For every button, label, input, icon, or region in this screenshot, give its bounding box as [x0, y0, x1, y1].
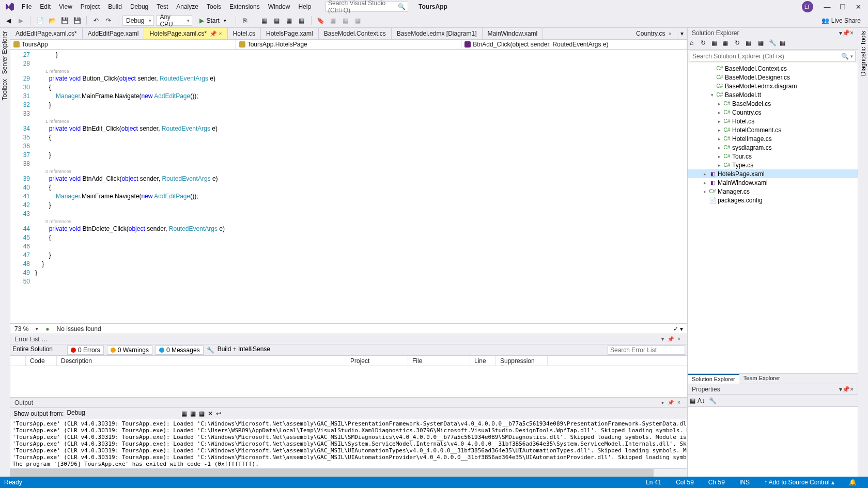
error-col[interactable]: [10, 356, 26, 366]
properties-body[interactable]: [688, 407, 858, 477]
tree-expander-icon[interactable]: ▸: [702, 171, 707, 177]
se-showall-button[interactable]: ▦: [758, 39, 767, 49]
solution-tree[interactable]: C#BaseModel.Context.csC#BaseModel.Design…: [688, 63, 858, 373]
zoom-level[interactable]: 73 %: [14, 325, 28, 333]
diagnostic-tools-tab[interactable]: Diagnostic Tools: [860, 31, 867, 76]
toolbar-btn-7[interactable]: ▦: [340, 15, 351, 26]
warnings-pill[interactable]: 0 Warnings: [107, 345, 152, 355]
build-intellisense-combo[interactable]: Build + IntelliSense: [218, 345, 274, 355]
tree-node[interactable]: ▸◧MainWindow.xaml: [688, 178, 858, 187]
quick-launch-search[interactable]: Search Visual Studio (Ctrl+Q) 🔍: [326, 2, 408, 12]
tree-node[interactable]: 📄packages.config: [688, 196, 858, 204]
panel-pin-icon[interactable]: 📌: [842, 29, 850, 37]
tree-node[interactable]: ▸C#Hotel.cs: [688, 117, 858, 125]
menu-analyze[interactable]: Analyze: [172, 1, 203, 12]
doc-tab[interactable]: MainWindow.xaml: [483, 28, 544, 39]
doc-tab[interactable]: AddEditPage.xaml: [83, 28, 145, 39]
props-alpha-button[interactable]: A↓: [698, 397, 705, 404]
tab-close-icon[interactable]: 📌 ×: [210, 30, 222, 37]
menu-debug[interactable]: Debug: [126, 1, 152, 12]
nav-project[interactable]: ToursApp: [10, 40, 236, 49]
tree-node[interactable]: ▸C#sysdiagram.cs: [688, 143, 858, 152]
panel-pin-icon[interactable]: 📌: [842, 386, 850, 393]
se-btn[interactable]: ↻: [701, 39, 710, 49]
tree-expander-icon[interactable]: ▾: [709, 92, 715, 98]
panel-dropdown-icon[interactable]: ▾: [658, 400, 667, 405]
close-button[interactable]: ✕: [850, 3, 866, 11]
tree-node[interactable]: C#BaseModel.Context.cs: [688, 64, 858, 73]
menu-build[interactable]: Build: [104, 1, 126, 12]
tree-expander-icon[interactable]: ▸: [717, 145, 722, 150]
error-list-body[interactable]: [10, 366, 687, 397]
props-wrench-button[interactable]: 🔧: [709, 397, 717, 404]
tree-expander-icon[interactable]: ▸: [717, 119, 722, 124]
tree-node[interactable]: C#BaseModel.Designer.cs: [688, 73, 858, 82]
tree-expander-icon[interactable]: ▸: [717, 154, 722, 159]
se-collapse-button[interactable]: ▦: [746, 39, 755, 49]
toolbar-btn-5[interactable]: 🔖: [316, 15, 326, 26]
error-scope-combo[interactable]: Entire Solution: [12, 345, 64, 355]
status-notifications[interactable]: 🔔: [842, 479, 864, 486]
tree-expander-icon[interactable]: ▸: [717, 101, 722, 106]
panel-close-icon[interactable]: ×: [675, 400, 683, 405]
tab-overflow-button[interactable]: ▾: [677, 28, 687, 39]
panel-close-icon[interactable]: ×: [675, 336, 683, 342]
user-avatar[interactable]: ЕГ: [802, 1, 813, 12]
error-col[interactable]: Description: [57, 356, 346, 366]
save-all-button[interactable]: 💾: [72, 15, 82, 26]
error-search[interactable]: Search Error List: [608, 345, 685, 355]
toolbar-btn-6[interactable]: ▦: [328, 15, 338, 26]
menu-edit[interactable]: Edit: [36, 1, 55, 12]
undo-button[interactable]: ↶: [91, 15, 101, 26]
output-btn-3[interactable]: ▦: [199, 410, 205, 417]
server-explorer-tab[interactable]: Server Explorer: [1, 31, 9, 74]
se-btn[interactable]: ▦: [722, 39, 732, 49]
error-col[interactable]: Project: [346, 356, 408, 366]
doc-tab-far[interactable]: Country.cs×: [631, 28, 677, 39]
toolbar-btn-4[interactable]: ▦: [297, 15, 307, 26]
panel-pin-icon[interactable]: 📌: [667, 336, 675, 342]
tree-expander-icon[interactable]: ▸: [717, 128, 722, 133]
open-button[interactable]: 📂: [47, 15, 57, 26]
solution-explorer-search[interactable]: Search Solution Explorer (Ctrl+ж) 🔍 ▾: [690, 51, 856, 62]
panel-close-icon[interactable]: ×: [850, 386, 854, 393]
back-button[interactable]: ◀: [3, 15, 13, 26]
toolbox-tab[interactable]: Toolbox: [1, 79, 9, 100]
code-editor[interactable]: 2728293031323334353637383940414243444546…: [10, 50, 687, 323]
config-combo[interactable]: Debug: [122, 15, 154, 26]
messages-pill[interactable]: 0 Messages: [156, 345, 204, 355]
panel-pin-icon[interactable]: 📌: [667, 400, 675, 405]
redo-button[interactable]: ↷: [103, 15, 114, 26]
tree-node[interactable]: ▸C#Type.cs: [688, 161, 858, 169]
tree-node[interactable]: ▸C#Manager.cs: [688, 187, 858, 196]
se-btn[interactable]: ▦: [711, 39, 721, 49]
se-tab-team[interactable]: Team Explorer: [739, 374, 784, 384]
output-text[interactable]: 'ToursApp.exe' (CLR v4.0.30319: ToursApp…: [10, 419, 687, 468]
output-scrollbar[interactable]: [10, 468, 687, 477]
menu-view[interactable]: View: [55, 1, 76, 12]
step-button[interactable]: ⎘: [240, 15, 251, 26]
toolbar-btn-2[interactable]: ▦: [272, 15, 282, 26]
output-from-combo[interactable]: Debug: [67, 409, 175, 418]
toolbar-btn-1[interactable]: ▦: [259, 15, 270, 26]
se-preview-button[interactable]: ▦: [780, 39, 789, 49]
menu-extensions[interactable]: Extensions: [225, 1, 264, 12]
tree-node[interactable]: ▸C#Tour.cs: [688, 152, 858, 161]
save-button[interactable]: 💾: [59, 15, 70, 26]
error-filter-button[interactable]: 🔧: [207, 347, 214, 354]
tree-node[interactable]: ▸C#Country.cs: [688, 108, 858, 117]
toolbar-btn-8[interactable]: ▦: [353, 15, 363, 26]
platform-combo[interactable]: Any CPU: [156, 15, 192, 26]
tree-node[interactable]: ▾C#BaseModel.tt: [688, 90, 858, 99]
menu-tools[interactable]: Tools: [203, 1, 225, 12]
panel-close-icon[interactable]: ×: [850, 29, 854, 37]
menu-project[interactable]: Project: [76, 1, 104, 12]
tree-node[interactable]: ▸C#HotelImage.cs: [688, 134, 858, 143]
menu-file[interactable]: File: [18, 1, 36, 12]
se-refresh-button[interactable]: ↻: [735, 39, 744, 49]
live-share-button[interactable]: 👥Live Share: [817, 17, 865, 24]
tab-close-icon[interactable]: ×: [669, 30, 672, 37]
output-btn-2[interactable]: ▦: [190, 410, 196, 417]
se-tab-solution[interactable]: Solution Explorer: [688, 374, 739, 384]
tree-node[interactable]: C#BaseModel.edmx.diagram: [688, 82, 858, 90]
